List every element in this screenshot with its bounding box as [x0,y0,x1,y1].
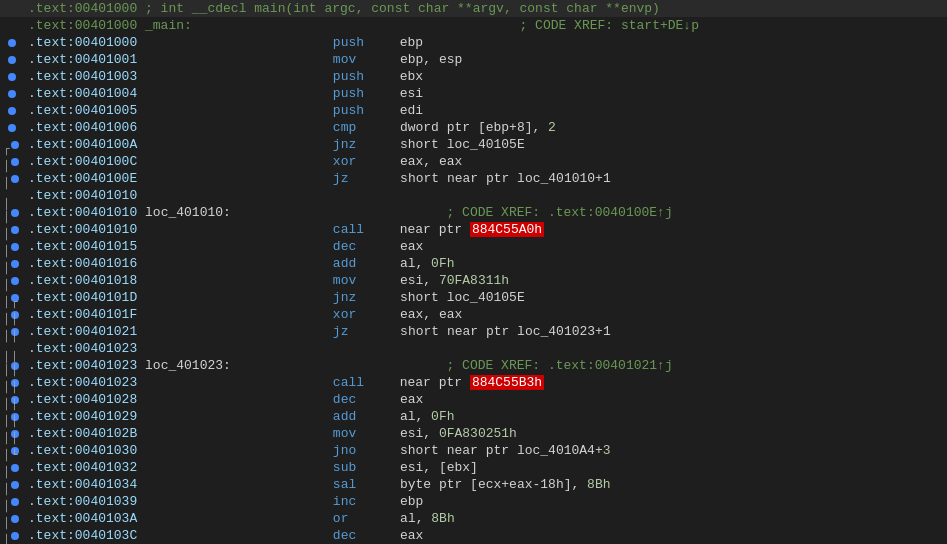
mnemonic: sal [333,477,356,492]
line-content: .text:00401005 push edi [24,102,947,119]
address: .text:00401018 [28,273,137,288]
line-content: .text:00401023 call near ptr 884C55B3h [24,374,947,391]
mnemonic: dec [333,392,356,407]
address: .text:00401032 [28,460,137,475]
operand-num: 2 [548,120,556,135]
line-content: .text:00401001 mov ebp, esp [24,51,947,68]
breakpoint-dot [11,481,19,489]
operand: dword ptr [ebp+8], [400,120,548,135]
fold-line-outer: │ [3,447,10,455]
fold-line-outer: │ [3,532,10,540]
mnemonic: or [333,511,349,526]
gutter [0,39,24,47]
line-content: .text:00401030 jno short near ptr loc_40… [24,442,947,459]
code-line: │ .text:00401016 add al, 0Fh [0,255,947,272]
gutter: │ [0,498,24,506]
line-content: .text:00401000 _main: ; CODE XREF: start… [24,17,947,34]
gutter: │ [0,277,24,285]
call-target: 884C55B3h [470,375,544,390]
mnemonic: inc [333,494,356,509]
comment-text: ; CODE XREF: .text:00401021↑j [446,358,672,373]
mnemonic: mov [333,52,356,67]
fold-line-mid: │ [3,260,10,268]
gutter: │ │ [0,379,24,387]
gutter: │ │ [0,396,24,404]
fold-line-mid: │ [3,158,10,166]
address: .text:00401005 [28,103,137,118]
breakpoint-dot [11,515,19,523]
gutter [0,107,24,115]
code-line: │ │ .text:00401023 call near ptr 884C55B… [0,374,947,391]
address: .text:0040101F [28,307,137,322]
address: .text:00401023 [28,341,137,356]
mnemonic: call [333,222,364,237]
line-content: .text:00401000 push ebp [24,34,947,51]
line-content: .text:00401023 [24,340,947,357]
fold-line-outer: │ [3,379,10,387]
gutter: │ ┌ [0,294,24,302]
operand: esi, [ebx] [400,460,478,475]
code-line: │ .text:00401010 call near ptr 884C55A0h [0,221,947,238]
mnemonic: dec [333,528,356,543]
breakpoint-dot [8,56,16,64]
fold-line-outer: │ [3,515,10,523]
operand-num: 8Bh [431,511,454,526]
fold-line-mid: │ [3,175,10,183]
operand: ebp [400,35,423,50]
fold-line-inner: │ [11,362,18,370]
gutter: │ [0,481,24,489]
gutter: │ │ [0,311,24,319]
line-content: .text:0040101D jnz short loc_40105E [24,289,947,306]
code-line: ┌ .text:0040100A jnz short loc_40105E [0,136,947,153]
line-content: .text:00401015 dec eax [24,238,947,255]
breakpoint-dot [8,124,16,132]
gutter: │ └ [0,447,24,455]
address: .text:00401006 [28,120,137,135]
address: .text:00401028 [28,392,137,407]
operand: eax [400,239,423,254]
fold-line-outer: │ [3,362,10,370]
address: .text:00401021 [28,324,137,339]
gutter: │ [0,243,24,251]
address: .text:00401030 [28,443,137,458]
operand: short near ptr loc_401023+1 [400,324,611,339]
operand: ebx [400,69,423,84]
address: .text:0040103C [28,528,137,543]
breakpoint-dot [11,260,19,268]
line-content: .text:00401028 dec eax [24,391,947,408]
mnemonic: add [333,409,356,424]
fold-line-outer: │ [3,294,10,302]
operand: short near ptr loc_4010A4+ [400,443,603,458]
fold-line-mid: │ [3,243,10,251]
fold-line-inner: │ [11,311,18,319]
address: .text:0040100C [28,154,137,169]
breakpoint-dot [11,277,19,285]
mnemonic: mov [333,273,356,288]
fold-line-outer: │ [3,413,10,421]
code-line: │ │ .text:0040101F xor eax, eax [0,306,947,323]
breakpoint-dot [11,158,19,166]
fold-line-inner: │ [11,396,18,404]
code-line: │ .text:0040103C dec eax [0,527,947,544]
fold-line-inner: │ [11,413,18,421]
line-content: .text:00401010 loc_401010: ; CODE XREF: … [24,204,947,221]
operand: edi [400,103,423,118]
spaces [200,18,512,33]
line-content: .text:00401004 push esi [24,85,947,102]
code-view: .text:00401000 ; int __cdecl main(int ar… [0,0,947,544]
line-content: .text:00401006 cmp dword ptr [ebp+8], 2 [24,119,947,136]
gutter: │ [0,158,24,166]
fold-line-outer: │ [3,481,10,489]
breakpoint-dot [11,243,19,251]
operand: eax, eax [400,154,462,169]
breakpoint-dot [11,141,19,149]
fold-line-outer: │ [3,430,10,438]
gutter: │ [0,532,24,540]
gutter: │ [0,226,24,234]
mnemonic: call [333,375,364,390]
gutter [0,90,24,98]
code-line: │ ┌ .text:0040101D jnz short loc_40105E [0,289,947,306]
operand-num: 0FA830251h [439,426,517,441]
fold-line-outer: │ [3,396,10,404]
code-line: │ .text:0040103A or al, 8Bh [0,510,947,527]
